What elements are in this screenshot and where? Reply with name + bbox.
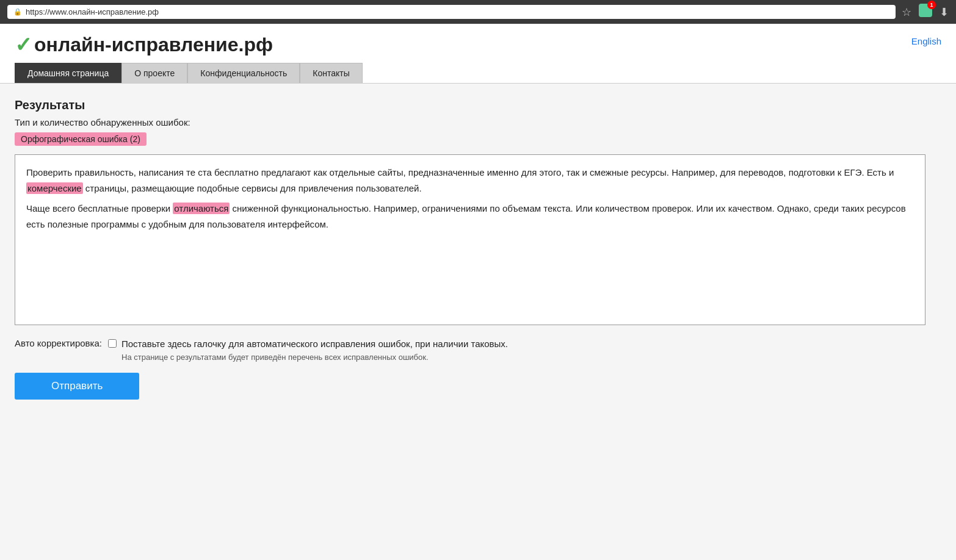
nav-tab-contacts[interactable]: Контакты	[300, 63, 362, 83]
extension-icon-wrapper: 1	[919, 4, 932, 20]
nav-tab-privacy[interactable]: Конфиденциальность	[187, 63, 300, 83]
lock-icon: 🔒	[13, 8, 22, 16]
content-area: Результаты Тип и количество обнаруженных…	[0, 84, 940, 412]
text-paragraph-2: Чаще всего бесплатные проверки отличають…	[26, 201, 914, 232]
text-p2-before: Чаще всего бесплатные проверки	[26, 203, 173, 214]
extension-badge: 1	[927, 1, 936, 9]
auto-correct-content: Поставьте здесь галочку для автоматическ…	[108, 337, 508, 362]
results-title: Результаты	[15, 98, 925, 112]
error-badge: Орфографическая ошибка (2)	[15, 132, 147, 146]
browser-icons: ☆ 1 ⬇	[902, 4, 949, 20]
star-icon[interactable]: ☆	[902, 5, 911, 19]
nav-tab-about[interactable]: О проекте	[121, 63, 187, 83]
highlight-2: отличаються	[173, 203, 230, 214]
site-title: ✓ онлайн-исправление.рф	[15, 32, 273, 57]
download-icon[interactable]: ⬇	[940, 5, 949, 19]
text-p1-after: страницы, размещающие подобные сервисы д…	[83, 183, 422, 193]
text-paragraph-1: Проверить правильность, написания те ста…	[26, 165, 914, 196]
nav-tabs: Домашняя страница О проекте Конфиденциал…	[15, 63, 941, 83]
url-text: https://www.онлайн-исправление.рф	[26, 7, 159, 16]
auto-correct-row: Авто корректировка: Поставьте здесь гало…	[15, 337, 925, 362]
checkmark-icon: ✓	[15, 32, 32, 57]
highlight-1: комерческие	[26, 182, 83, 194]
page-wrapper: ✓ онлайн-исправление.рф English Домашняя…	[0, 24, 956, 560]
auto-correct-text: Поставьте здесь галочку для автоматическ…	[121, 337, 508, 351]
error-type-label: Тип и количество обнаруженных ошибок:	[15, 117, 925, 127]
header-top: ✓ онлайн-исправление.рф English	[15, 32, 941, 57]
auto-correct-note: На странице с результатами будет приведё…	[121, 353, 508, 362]
text-display-box: Проверить правильность, написания те ста…	[15, 154, 925, 325]
nav-tab-home[interactable]: Домашняя страница	[15, 63, 121, 83]
auto-correct-label: Авто корректировка:	[15, 337, 102, 348]
auto-correct-text-block: Поставьте здесь галочку для автоматическ…	[121, 337, 508, 362]
language-link[interactable]: English	[911, 32, 941, 46]
submit-button[interactable]: Отправить	[15, 373, 139, 400]
address-bar[interactable]: 🔒 https://www.онлайн-исправление.рф	[7, 5, 896, 19]
site-title-text: онлайн-исправление.рф	[34, 34, 273, 56]
browser-chrome: 🔒 https://www.онлайн-исправление.рф ☆ 1 …	[0, 0, 956, 24]
text-p1-before: Проверить правильность, написания те ста…	[26, 167, 894, 178]
auto-correct-checkbox[interactable]	[108, 339, 117, 348]
site-header: ✓ онлайн-исправление.рф English Домашняя…	[0, 24, 956, 84]
